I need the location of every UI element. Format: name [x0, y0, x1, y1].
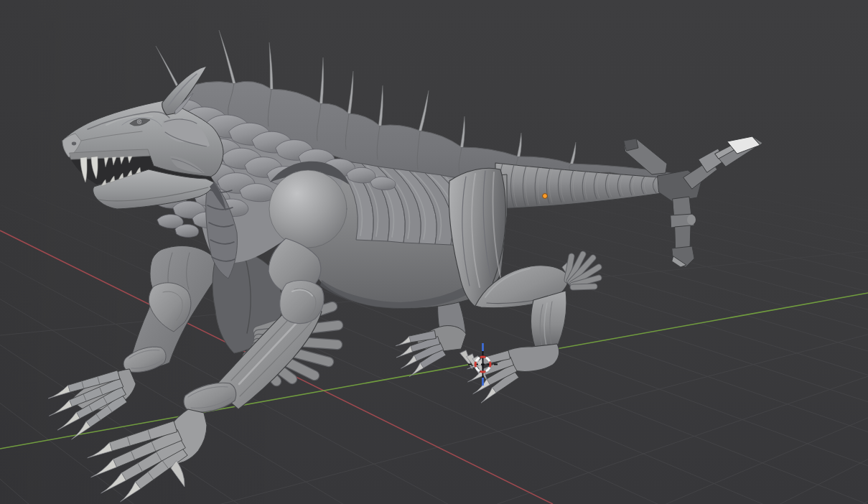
- nostril: [72, 142, 76, 146]
- viewport-canvas[interactable]: [0, 0, 868, 504]
- viewport-3d[interactable]: [0, 0, 868, 504]
- object-origin-dot[interactable]: [543, 194, 548, 199]
- shoulder-ball: [269, 170, 347, 248]
- hock-feathers: [567, 254, 599, 287]
- eye: [136, 119, 142, 125]
